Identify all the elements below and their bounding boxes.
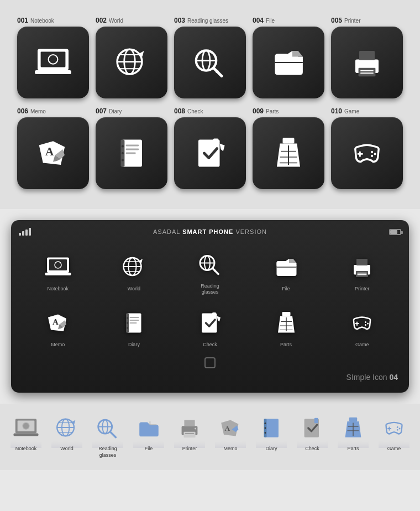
reading-glasses-icon xyxy=(95,415,121,441)
bottom-item-notebook: Notebook xyxy=(8,413,44,452)
check-icon xyxy=(196,309,224,337)
phone-title: ASADAL SMART PHONE VERSION xyxy=(153,228,267,235)
phone-label: Memo xyxy=(51,342,65,348)
phone-label: Check xyxy=(203,342,217,348)
grid-row-1: 001 Notebook 002 World 003 Reading glass… xyxy=(11,17,409,98)
phone-icons-grid: Notebook World Readingglasses File xyxy=(11,242,409,353)
grid-item-002: 002 World xyxy=(96,17,167,98)
notebook-icon xyxy=(34,43,72,82)
grid-item-006: 006 Memo xyxy=(17,107,89,189)
notebook-icon xyxy=(13,415,39,441)
phone-item-file: File xyxy=(261,251,311,292)
svg-text:A: A xyxy=(224,424,230,432)
icon-box-world xyxy=(96,27,167,98)
svg-point-63 xyxy=(265,423,266,424)
game-icon xyxy=(348,134,386,173)
item-name: Reading glasses xyxy=(187,18,228,24)
parts-icon xyxy=(269,134,308,173)
memo-icon xyxy=(34,134,72,173)
memo-icon: A xyxy=(217,415,244,441)
check-icon xyxy=(191,134,229,173)
grid-item-001: 001 Notebook xyxy=(17,17,89,98)
grid-item-005: 005 Printer xyxy=(331,17,403,98)
phone-item-memo: Memo xyxy=(33,306,83,348)
item-number: 007 xyxy=(96,107,107,115)
icon-box-printer xyxy=(331,27,403,98)
grid-item-007: 007 Diary xyxy=(96,107,167,189)
phone-home-button xyxy=(11,353,409,371)
item-number: 003 xyxy=(174,17,185,24)
item-number: 001 xyxy=(17,17,28,24)
diary-icon xyxy=(112,134,151,173)
parts-icon xyxy=(340,415,366,441)
parts-icon xyxy=(272,309,300,337)
item-name: Parts xyxy=(266,108,279,114)
item-name: Game xyxy=(344,108,359,114)
svg-rect-57 xyxy=(183,432,195,438)
file-icon xyxy=(269,43,308,82)
svg-rect-58 xyxy=(185,434,194,434)
svg-point-59 xyxy=(195,428,196,430)
svg-line-54 xyxy=(111,432,116,438)
notebook-icon xyxy=(44,253,72,281)
bottom-item-memo: A Memo xyxy=(212,413,249,452)
bottom-item-reading-glasses: Readingglasses xyxy=(90,413,126,458)
grid-item-009: 009 Parts xyxy=(253,107,324,189)
svg-point-65 xyxy=(265,432,266,434)
bottom-item-file: File xyxy=(130,413,167,452)
icon-box-memo xyxy=(17,117,89,189)
svg-point-76 xyxy=(399,428,401,430)
item-number: 009 xyxy=(253,107,264,115)
svg-rect-68 xyxy=(349,418,357,421)
grid-item-008: 008 Check xyxy=(174,107,246,189)
diary-icon xyxy=(120,309,148,337)
bottom-item-printer: Printer xyxy=(171,413,208,452)
phone-item-game: Game xyxy=(337,306,387,348)
signal-icon xyxy=(19,228,31,236)
reading-glasses-icon xyxy=(196,251,224,278)
phone-footer: SImple Icon 04 xyxy=(11,371,409,382)
svg-rect-61 xyxy=(265,419,279,438)
icon-box-parts xyxy=(253,117,324,189)
phone-row-2: Memo Diary Check Parts xyxy=(20,301,400,353)
item-number: 010 xyxy=(331,107,342,115)
phone-label: Game xyxy=(355,342,369,348)
world-icon xyxy=(120,253,148,281)
world-icon xyxy=(54,415,80,441)
grid-item-003: 003 Reading glasses xyxy=(174,17,246,98)
phone-header: ASADAL SMART PHONE VERSION xyxy=(11,226,409,238)
phone-label: Notebook xyxy=(48,286,69,292)
printer-icon xyxy=(348,253,376,281)
item-name: Notebook xyxy=(30,18,54,24)
phone-section: ASADAL SMART PHONE VERSION Notebook Worl… xyxy=(11,220,409,393)
phone-label: Parts xyxy=(280,342,292,348)
icon-box-reading-glasses xyxy=(174,27,246,98)
svg-rect-56 xyxy=(184,420,195,427)
icon-box-diary xyxy=(96,117,167,189)
item-name: Check xyxy=(187,108,203,114)
reading-glasses-icon xyxy=(191,43,229,82)
item-name: World xyxy=(109,18,123,24)
item-name: File xyxy=(266,18,275,24)
item-name: Memo xyxy=(30,108,46,114)
svg-point-75 xyxy=(397,427,398,429)
item-number: 006 xyxy=(17,107,28,115)
memo-icon xyxy=(44,309,72,337)
diary-icon xyxy=(258,415,285,441)
bottom-icons-row: Notebook World xyxy=(6,413,414,458)
phone-item-reading-glasses: Readingglasses xyxy=(185,248,235,295)
item-number: 005 xyxy=(331,17,342,24)
phone-item-diary: Diary xyxy=(109,306,159,348)
icon-box-check xyxy=(174,117,246,189)
battery-icon xyxy=(389,229,401,235)
phone-label: Readingglasses xyxy=(201,283,219,295)
bottom-item-diary: Diary xyxy=(253,413,290,452)
world-icon xyxy=(112,43,151,82)
phone-label: Diary xyxy=(128,342,140,348)
bottom-icons-section: Notebook World xyxy=(0,404,420,470)
svg-point-64 xyxy=(265,427,266,429)
item-name: Diary xyxy=(109,108,122,114)
file-icon xyxy=(272,253,300,281)
svg-point-77 xyxy=(397,429,398,431)
game-icon xyxy=(381,415,407,441)
